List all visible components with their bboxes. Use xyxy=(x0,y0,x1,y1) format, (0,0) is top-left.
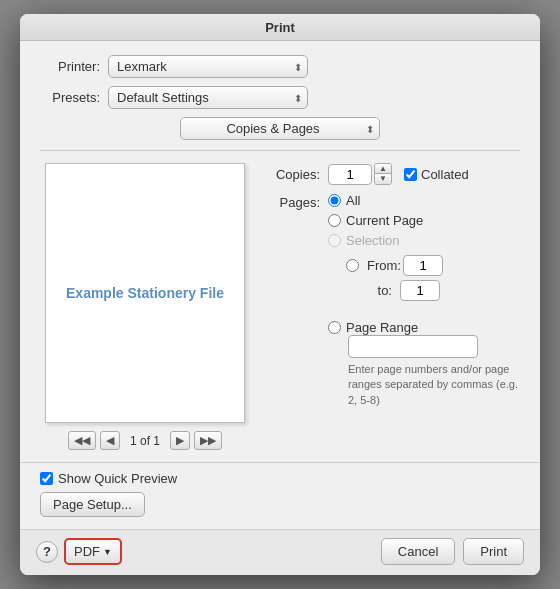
show-quick-preview-checkbox[interactable] xyxy=(40,472,53,485)
from-label: From: xyxy=(367,258,395,273)
presets-label: Presets: xyxy=(40,90,100,105)
page-range-input[interactable] xyxy=(348,335,478,358)
from-input[interactable] xyxy=(403,255,443,276)
copies-stepper: ▲ ▼ xyxy=(374,163,392,185)
print-button[interactable]: Print xyxy=(463,538,524,565)
pages-all-row: All xyxy=(328,193,520,208)
preview-text: Example Stationery File xyxy=(56,275,234,311)
show-preview-row: Show Quick Preview xyxy=(40,471,520,486)
bottom-section: Show Quick Preview Page Setup... xyxy=(20,462,540,529)
to-row: to: xyxy=(364,280,520,301)
pages-all-radio[interactable] xyxy=(328,194,341,207)
pages-from-radio[interactable] xyxy=(346,259,359,272)
preview-box: Example Stationery File xyxy=(45,163,245,423)
pdf-button[interactable]: PDF ▼ xyxy=(64,538,122,565)
pages-current-label[interactable]: Current Page xyxy=(346,213,423,228)
copies-increment-button[interactable]: ▲ xyxy=(375,164,391,174)
to-input[interactable] xyxy=(400,280,440,301)
footer-right: Cancel Print xyxy=(381,538,524,565)
nav-last-button[interactable]: ▶▶ xyxy=(194,431,222,450)
pages-current-row: Current Page xyxy=(328,213,520,228)
print-dialog: Print Printer: Lexmark ⬍ Presets: Defaul… xyxy=(20,14,540,575)
copies-decrement-button[interactable]: ▼ xyxy=(375,174,391,184)
collated-row: Collated xyxy=(404,167,469,182)
pages-all-label[interactable]: All xyxy=(346,193,360,208)
show-quick-preview-label[interactable]: Show Quick Preview xyxy=(58,471,177,486)
collated-checkbox[interactable] xyxy=(404,168,417,181)
options-panel: Copies: ▲ ▼ Collated xyxy=(264,163,520,450)
collated-label[interactable]: Collated xyxy=(421,167,469,182)
dialog-title: Print xyxy=(20,14,540,41)
page-range-hint: Enter page numbers and/or page ranges se… xyxy=(348,362,520,408)
presets-row: Presets: Default Settings ⬍ xyxy=(40,86,520,109)
page-range-section: Page Range Enter page numbers and/or pag… xyxy=(328,320,520,408)
nav-prev-button[interactable]: ◀ xyxy=(100,431,120,450)
help-button[interactable]: ? xyxy=(36,541,58,563)
pdf-label: PDF xyxy=(74,544,100,559)
copies-row: Copies: ▲ ▼ Collated xyxy=(264,163,520,185)
pages-row: Pages: All Current Page Selection xyxy=(264,193,520,408)
page-range-radio-row: Page Range xyxy=(328,320,520,335)
printer-select[interactable]: Lexmark xyxy=(108,55,308,78)
copies-input[interactable] xyxy=(328,164,372,185)
pages-selection-label: Selection xyxy=(346,233,399,248)
to-label: to: xyxy=(364,283,392,298)
presets-select-wrapper: Default Settings ⬍ xyxy=(108,86,308,109)
page-range-label[interactable]: Page Range xyxy=(346,320,418,335)
from-to-area: From: to: xyxy=(346,255,520,305)
preview-panel: Example Stationery File ◀◀ ◀ 1 of 1 ▶ ▶▶ xyxy=(40,163,250,450)
printer-select-wrapper: Lexmark ⬍ xyxy=(108,55,308,78)
nav-first-button[interactable]: ◀◀ xyxy=(68,431,96,450)
printer-row: Printer: Lexmark ⬍ xyxy=(40,55,520,78)
copies-pages-row: Copies & Pages ⬍ xyxy=(40,117,520,140)
copies-pages-wrapper: Copies & Pages ⬍ xyxy=(180,117,380,140)
cancel-button[interactable]: Cancel xyxy=(381,538,455,565)
copies-pages-select[interactable]: Copies & Pages xyxy=(180,117,380,140)
pages-label: Pages: xyxy=(264,195,320,210)
nav-next-button[interactable]: ▶ xyxy=(170,431,190,450)
copies-collated-wrapper: ▲ ▼ Collated xyxy=(328,163,469,185)
pdf-arrow-icon: ▼ xyxy=(103,547,112,557)
section-divider xyxy=(40,150,520,151)
dialog-footer: ? PDF ▼ Cancel Print xyxy=(20,529,540,575)
page-info: 1 of 1 xyxy=(130,434,160,448)
pages-current-radio[interactable] xyxy=(328,214,341,227)
page-setup-button[interactable]: Page Setup... xyxy=(40,492,145,517)
copies-label: Copies: xyxy=(264,167,320,182)
preview-nav-bar: ◀◀ ◀ 1 of 1 ▶ ▶▶ xyxy=(68,431,222,450)
main-area: Example Stationery File ◀◀ ◀ 1 of 1 ▶ ▶▶… xyxy=(40,163,520,450)
presets-select[interactable]: Default Settings xyxy=(108,86,308,109)
pages-selection-row: Selection xyxy=(328,233,520,248)
footer-left: ? PDF ▼ xyxy=(36,538,122,565)
pages-range-radio[interactable] xyxy=(328,321,341,334)
from-row: From: xyxy=(346,255,520,276)
copies-input-wrapper: ▲ ▼ xyxy=(328,163,392,185)
pages-radio-group: All Current Page Selection xyxy=(328,193,520,408)
pages-selection-radio[interactable] xyxy=(328,234,341,247)
printer-label: Printer: xyxy=(40,59,100,74)
